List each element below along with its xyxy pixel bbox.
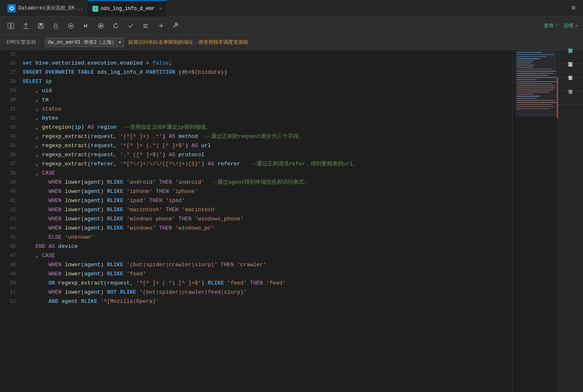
sidebar-section-1: 高级设置 [558,50,583,64]
main-content: 25 26 set hive.vectorized.execution.enab… [0,50,583,392]
table-row: 39 WHEN lower(agent) RLIKE 'android' THE… [0,178,512,187]
table-row: 36 , regexp_extract(request, '.* ([^ ]+$… [0,150,512,160]
emr-bar: EMR引擎实例： dw_on_emr01 华东2（上海） ▾ 如需访问有白名单限… [0,35,583,50]
table-row: 43 WHEN lower(agent) RLIKE 'windows phon… [0,215,512,224]
table-row: 31 , status [0,105,512,114]
sidebar-item-schedule[interactable]: 调度配置 [568,68,574,73]
svg-rect-8 [54,25,57,28]
table-row: 33 , getregion(ip) AS region --使用自定义UDF通… [0,123,512,132]
reload-button[interactable] [110,20,122,32]
sidebar-section-4: 版本 [558,91,583,105]
table-row: 26 set hive.vectorized.execution.enabled… [0,59,512,68]
arrow-button[interactable] [155,20,167,32]
tab-close-button[interactable]: ✕ [159,6,162,11]
emr-instance-select[interactable]: dw_on_emr01 华东2（上海） ▾ [45,37,125,47]
svg-rect-47 [515,50,557,117]
table-row: 34 , regexp_extract(request, '(^[^ ]+) .… [0,132,512,141]
svg-rect-17 [143,27,148,28]
table-row: 49 WHEN lower(agent) RLIKE 'feed' [0,270,512,279]
toolbar: 发布 ↑ 运维 ↗ [0,17,583,35]
code-area[interactable]: 25 26 set hive.vectorized.execution.enab… [0,50,512,392]
sidebar-section-2: 调度配置 [558,64,583,77]
code-scroll[interactable]: 25 26 set hive.vectorized.execution.enab… [0,50,512,392]
sidebar-item-advanced[interactable]: 高级设置 [568,54,574,59]
table-row: 27 INSERT OVERWRITE TABLE ods_log_info_d… [0,68,512,77]
table-row: 41 WHEN lower(agent) RLIKE 'ipad' THEN '… [0,196,512,205]
table-row: 40 WHEN lower(agent) RLIKE 'iphone' THEN… [0,187,512,196]
table-row: 28 SELECT ip [0,77,512,86]
app-title: DataWorks演示流程_EM... [18,5,83,12]
yunwei-label: 运维 [563,22,573,29]
emr-label: EMR引擎实例： [7,39,41,46]
run-button[interactable] [65,20,77,32]
table-row: 45 ELSE 'unknown' [0,233,512,242]
format-button[interactable] [140,20,152,32]
publish-arrow-icon: ↑ [556,23,558,29]
table-row: 29 , uid [0,86,512,95]
table-row: 51 WHEN lower(agent) NOT RLIKE '(bot|spi… [0,288,512,297]
svg-rect-7 [39,26,42,28]
upload-button[interactable] [20,20,32,32]
emr-warning-text: 如需访问有白名单限制的域址，请使用独享调度资源组 [128,39,248,46]
table-row: 35 , regexp_extract(request, '^[^ ]+ (.*… [0,141,512,150]
svg-rect-6 [40,23,42,25]
check-button[interactable] [125,20,137,32]
svg-rect-11 [86,24,87,27]
svg-rect-16 [143,25,147,26]
table-row: 46 END AS device [0,242,512,251]
svg-rect-3 [11,23,14,29]
publish-label: 发布 [544,22,554,29]
menu-button[interactable]: ≡ [567,5,580,12]
logo-area: DataWorks演示流程_EM... [3,4,87,12]
svg-marker-12 [84,24,86,27]
sidebar-section-3: 血缘关系 [558,77,583,91]
top-bar: DataWorks演示流程_EM... S ods_log_info_d_emr… [0,0,583,17]
sidebar-item-version[interactable]: 版本 [568,95,574,100]
minimap [512,50,558,392]
minimap-svg [513,50,558,392]
toolbar-right: 发布 ↑ 运维 ↗ [544,22,578,29]
table-row: 32 , bytes [0,114,512,123]
svg-marker-10 [70,25,72,27]
table-row: 47 , CASE [0,251,512,260]
stop-button[interactable] [95,20,107,32]
table-row: 50 OR regexp_extract(request, '^[^ ]+ (.… [0,279,512,288]
table-row: 48 WHEN lower(agent) RLIKE '(bot|spider|… [0,260,512,270]
table-row: 37 , regexp_extract(referer, '^[^\/]+:\/… [0,160,512,169]
lock-button[interactable] [50,20,62,32]
save-button[interactable] [35,20,47,32]
tools-button[interactable] [170,20,182,32]
emr-instance-value: dw_on_emr01 华东2（上海） [48,39,117,46]
table-row: 44 WHEN lower(agent) RLIKE 'windows' THE… [0,224,512,233]
yunwei-button[interactable]: 运维 ↗ [563,22,578,29]
active-tab[interactable]: S ods_log_info_d_emr ✕ [87,0,167,17]
table-row: 38 , CASE [0,169,512,178]
table-row: 52 AND agent RLIKE '^[Mozilla|Opera]' [0,297,512,306]
table-row: 42 WHEN lower(agent) RLIKE 'macintosh' T… [0,205,512,215]
svg-rect-14 [100,25,102,27]
table-row: 25 [0,50,512,59]
publish-button[interactable]: 发布 ↑ [544,22,558,29]
app-logo [7,4,16,12]
table-row: 30 , tm [0,95,512,105]
svg-rect-48 [557,77,558,119]
tab-title: ods_log_info_d_emr [101,6,155,12]
emr-dropdown-icon: ▾ [118,39,121,45]
sidebar-item-lineage[interactable]: 血缘关系 [568,82,574,87]
sidebar-toggle-button[interactable] [5,20,17,32]
right-sidebar: 高级设置 调度配置 血缘关系 版本 [558,50,583,392]
yunwei-arrow-icon: ↗ [575,22,578,29]
svg-point-1 [10,7,13,10]
step-button[interactable] [80,20,92,32]
tab-icon: S [92,6,98,12]
svg-rect-2 [8,23,10,29]
tab-area: S ods_log_info_d_emr ✕ [87,0,567,17]
svg-rect-15 [143,24,148,25]
